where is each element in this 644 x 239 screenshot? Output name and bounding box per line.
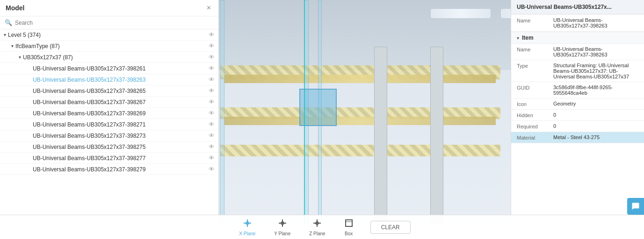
prop-label: Type [517,63,550,69]
prop-row-item-icon: IconGeometry [511,98,644,110]
tree-item-item5[interactable]: UB-Universal Beams-UB305x127x37-398269👁 [0,108,218,119]
prop-label: GUID [517,84,550,91]
visibility-icon[interactable]: 👁 [209,121,215,128]
tree-item-label: UB305x127x37 (87) [23,54,205,61]
prop-row-item-required: Required0 [511,121,644,132]
toolbar-buttons: X PlaneY PlaneZ PlaneBox [233,217,359,238]
tree-item-level5[interactable]: ▾Level 5 (374)👁 [0,29,218,41]
properties-panel: UB-Universal Beams-UB305x127x... Name UB… [511,0,644,224]
tree-item-label: UB-Universal Beams-UB305x127x37-398275 [33,144,205,150]
toolbar-btn-xplane[interactable]: X Plane [233,217,261,238]
prop-row-item-hidden: Hidden0 [511,110,644,121]
visibility-icon[interactable]: 👁 [209,76,215,83]
tree-item-item10[interactable]: UB-Universal Beams-UB305x127x37-398279👁 [0,164,218,175]
visibility-icon[interactable]: 👁 [209,110,215,117]
visibility-icon[interactable]: 👁 [209,143,215,150]
tree-item-item6[interactable]: UB-Universal Beams-UB305x127x37-398271👁 [0,119,218,130]
search-icon: 🔍 [5,19,12,26]
xplane-icon [243,218,252,230]
prop-row-item-guid: GUID3c586d9f-8fbe-448f-9265-5955648ca4eb [511,82,644,98]
tree-item-label: UB-Universal Beams-UB305x127x37-398263 [33,77,205,83]
prop-label: Hidden [517,112,550,118]
prop-value: Geometry [553,101,638,106]
visibility-icon[interactable]: 👁 [209,87,215,94]
prop-label: Icon [517,101,550,107]
prop-value: 0 [553,123,638,129]
item-section-header[interactable]: ▾ Item [511,32,644,44]
prop-label: Required [517,123,550,129]
prop-label: Material [517,134,550,141]
bottom-toolbar: X PlaneY PlaneZ PlaneBox CLEAR [0,215,644,239]
box-icon [344,218,354,230]
visibility-icon[interactable]: 👁 [209,31,215,38]
visibility-icon[interactable]: 👁 [209,98,215,105]
toolbar-btn-yplane[interactable]: Y Plane [268,217,296,238]
properties-rows: NameUB-Universal Beams-UB305x127x37-3982… [511,44,644,143]
model-tree-panel: Model × 🔍 ▾Level 5 (374)👁▾IfcBeamType (8… [0,0,219,224]
prop-row-item-type: TypeStructural Framing: UB-Universal Bea… [511,60,644,82]
tree-item-label: UB-Universal Beams-UB305x127x37-398261 [33,65,205,72]
yplane-svg [278,218,287,228]
prop-row-item-name: NameUB-Universal Beams-UB305x127x37-3982… [511,44,644,60]
tree-item-label: UB-Universal Beams-UB305x127x37-398267 [33,99,205,105]
tree-item-item9[interactable]: UB-Universal Beams-UB305x127x37-398277👁 [0,153,218,164]
xplane-label: X Plane [239,231,255,236]
close-panel-button[interactable]: × [205,4,213,12]
prop-value: 3c586d9f-8fbe-448f-9265-5955648ca4eb [553,84,638,96]
feedback-icon [631,202,640,211]
tree-item-ifcbeamtype[interactable]: ▾IfcBeamType (87)👁 [0,41,218,52]
visibility-icon[interactable]: 👁 [209,155,215,162]
tree-item-label: IfcBeamType (87) [15,43,205,49]
tree-toggle-arrow[interactable]: ▾ [4,32,6,37]
tree-container: ▾Level 5 (374)👁▾IfcBeamType (87)👁▾UB305x… [0,29,218,224]
tree-item-label: UB-Universal Beams-UB305x127x37-398269 [33,110,205,117]
visibility-icon[interactable]: 👁 [209,54,215,61]
panel-title: Model [6,4,24,12]
visibility-icon[interactable]: 👁 [209,65,215,72]
visibility-icon[interactable]: 👁 [209,42,215,49]
zplane-label: Z Plane [309,231,325,236]
tree-item-item8[interactable]: UB-Universal Beams-UB305x127x37-398275👁 [0,141,218,153]
prop-row-item-material: MaterialMetal - Steel 43-275 [511,132,644,143]
box-label: Box [345,231,353,236]
prop-value: Metal - Steel 43-275 [553,134,638,140]
tree-item-label: UB-Universal Beams-UB305x127x37-398273 [33,133,205,139]
tree-item-item7[interactable]: UB-Universal Beams-UB305x127x37-398273👁 [0,130,218,141]
properties-title: UB-Universal Beams-UB305x127x... [511,0,644,14]
tree-item-item3[interactable]: UB-Universal Beams-UB305x127x37-398265👁 [0,85,218,97]
tree-toggle-arrow[interactable]: ▾ [19,55,21,60]
yplane-label: Y Plane [274,231,290,236]
tree-item-label: UB-Universal Beams-UB305x127x37-398279 [33,166,205,173]
panel-header: Model × [0,0,218,16]
top-name-label: Name [517,17,550,23]
tree-toggle-arrow[interactable]: ▾ [11,43,14,49]
tree-item-item4[interactable]: UB-Universal Beams-UB305x127x37-398267👁 [0,97,218,108]
tree-item-label: UB-Universal Beams-UB305x127x37-398265 [33,88,205,94]
clear-button[interactable]: CLEAR [370,221,411,234]
prop-label: Name [517,46,550,52]
top-name-row: Name UB-Universal Beams-UB305x127x37-398… [511,14,644,32]
zplane-svg [312,218,322,228]
search-input[interactable] [15,20,214,26]
section-label: Item [522,35,534,41]
prop-value: UB-Universal Beams-UB305x127x37-398263 [553,46,638,57]
zplane-icon [312,218,322,230]
feedback-button[interactable] [627,198,644,215]
prop-value: 0 [553,112,638,118]
section-collapse-arrow: ▾ [517,35,519,41]
visibility-icon[interactable]: 👁 [209,132,215,139]
visibility-icon[interactable]: 👁 [209,166,215,173]
toolbar-btn-zplane[interactable]: Z Plane [304,217,331,238]
tree-item-item1[interactable]: UB-Universal Beams-UB305x127x37-398261👁 [0,63,218,74]
xplane-svg [243,218,252,228]
tree-item-ub305[interactable]: ▾UB305x127x37 (87)👁 [0,52,218,63]
top-name-value: UB-Universal Beams-UB305x127x37-398263 [553,17,638,28]
toolbar-btn-box[interactable]: Box [339,217,359,238]
search-bar: 🔍 [0,16,218,29]
tree-item-label: UB-Universal Beams-UB305x127x37-398271 [33,121,205,128]
tree-item-label: UB-Universal Beams-UB305x127x37-398277 [33,155,205,162]
svg-rect-9 [346,220,352,226]
box-svg [344,218,354,228]
tree-item-item2[interactable]: UB-Universal Beams-UB305x127x37-398263👁 [0,74,218,85]
prop-value: Structural Framing: UB-Universal Beams-U… [553,63,638,79]
